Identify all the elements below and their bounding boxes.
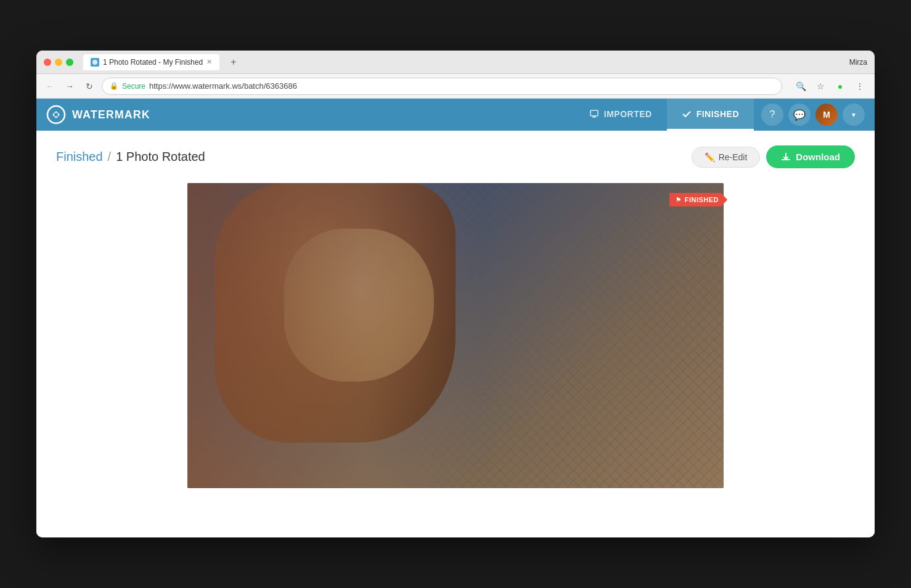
finished-badge-text: FINISHED: [685, 196, 719, 203]
svg-rect-3: [590, 110, 598, 116]
action-buttons: ✏️ Re-Edit Download: [692, 145, 855, 168]
secure-label: Secure: [122, 82, 145, 91]
logo-text: WATERMARK: [72, 108, 150, 121]
imported-icon: [589, 109, 599, 119]
traffic-lights: [44, 59, 73, 66]
tab-close-button[interactable]: ✕: [206, 58, 212, 66]
svg-point-0: [92, 60, 97, 65]
tab-favicon: [91, 58, 99, 67]
address-bar[interactable]: 🔒 Secure https://www.watermark.ws/batch/…: [102, 78, 782, 95]
tab-finished[interactable]: FINISHED: [667, 99, 754, 131]
minimize-button[interactable]: [55, 59, 62, 66]
finished-badge: ⚑ FINISHED: [669, 193, 727, 206]
main-image: [187, 183, 724, 488]
profile-icon[interactable]: ●: [831, 78, 849, 95]
download-label: Download: [796, 152, 840, 162]
menu-icon[interactable]: ⋮: [851, 78, 868, 95]
app-navbar: WATERMARK IMPORTED FINISHED ? 💬 M ▼: [36, 99, 875, 131]
secure-icon: 🔒: [110, 82, 118, 90]
close-button[interactable]: [44, 59, 51, 66]
user-name: Mirza: [849, 58, 867, 67]
breadcrumb-area: Finished / 1 Photo Rotated ✏️ Re-Edit Do…: [56, 145, 855, 168]
browser-tab[interactable]: 1 Photo Rotated - My Finished ✕: [83, 54, 219, 70]
tab-imported[interactable]: IMPORTED: [574, 99, 667, 131]
search-icon[interactable]: 🔍: [792, 78, 809, 95]
image-container: ⚑ FINISHED: [56, 183, 855, 488]
browser-addressbar: ← → ↻ 🔒 Secure https://www.watermark.ws/…: [36, 74, 875, 99]
breadcrumb-current: 1 Photo Rotated: [116, 150, 205, 164]
account-chevron-icon[interactable]: ▼: [843, 104, 865, 126]
download-button[interactable]: Download: [766, 145, 855, 168]
browser-window: 1 Photo Rotated - My Finished ✕ + Mirza …: [36, 51, 875, 537]
photo-overlay: [187, 183, 724, 488]
re-edit-button[interactable]: ✏️ Re-Edit: [692, 147, 761, 168]
url-text: https://www.watermark.ws/batch/6363686: [149, 81, 297, 91]
svg-point-2: [54, 113, 58, 116]
maximize-button[interactable]: [66, 59, 73, 66]
browser-titlebar: 1 Photo Rotated - My Finished ✕ + Mirza: [36, 51, 875, 74]
breadcrumb-link[interactable]: Finished: [56, 150, 103, 164]
new-tab-button[interactable]: +: [224, 53, 242, 71]
tab-title: 1 Photo Rotated - My Finished: [103, 58, 203, 67]
app-content: Finished / 1 Photo Rotated ✏️ Re-Edit Do…: [36, 131, 875, 537]
finished-tab-icon: [682, 109, 692, 119]
avatar-button[interactable]: M: [815, 104, 838, 126]
chat-button[interactable]: 💬: [788, 104, 811, 126]
app-logo: WATERMARK: [46, 105, 150, 125]
nav-tabs: IMPORTED FINISHED: [574, 99, 754, 131]
tab-imported-label: IMPORTED: [604, 109, 652, 119]
image-wrapper: ⚑ FINISHED: [187, 183, 724, 488]
address-actions: 🔍 ☆ ● ⋮: [792, 78, 868, 95]
back-button[interactable]: ←: [43, 79, 57, 94]
help-button[interactable]: ?: [761, 104, 783, 126]
download-icon: [781, 152, 791, 162]
flag-icon: ⚑: [676, 197, 682, 203]
breadcrumb: Finished / 1 Photo Rotated: [56, 150, 205, 164]
forward-button[interactable]: →: [62, 79, 77, 94]
avatar: M: [815, 104, 838, 126]
logo-icon: [46, 105, 66, 125]
re-edit-label: Re-Edit: [719, 152, 748, 162]
photo-background: [187, 183, 724, 488]
bookmark-icon[interactable]: ☆: [812, 78, 829, 95]
reload-button[interactable]: ↻: [82, 79, 97, 94]
pencil-icon: ✏️: [705, 152, 715, 162]
tab-finished-label: FINISHED: [697, 109, 739, 119]
breadcrumb-separator: /: [108, 150, 112, 164]
nav-actions: ? 💬 M ▼: [761, 104, 865, 126]
